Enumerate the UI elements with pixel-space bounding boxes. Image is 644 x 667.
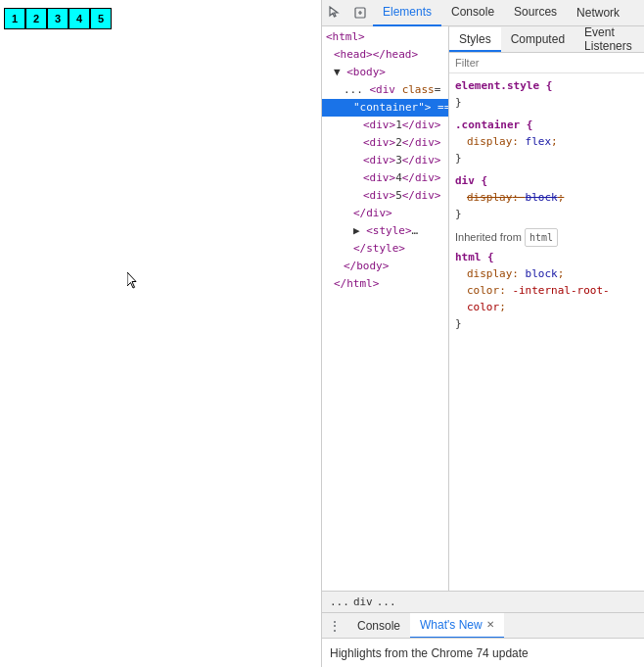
close-whats-new-icon[interactable]: ✕ bbox=[486, 619, 494, 630]
browser-preview: 1 2 3 4 5 bbox=[0, 0, 323, 597]
css-close: } bbox=[455, 94, 638, 111]
css-rules: element.style { } .container { display: … bbox=[449, 73, 644, 591]
bottom-tabs-bar: ⋮ Console What's New ✕ bbox=[322, 612, 644, 638]
inherited-badge: html bbox=[525, 228, 558, 247]
css-rule-html-inherited: html { display: block; color: -internal-… bbox=[455, 249, 638, 332]
dom-line: <html> bbox=[322, 28, 448, 46]
dom-line: <div>1</div> bbox=[322, 117, 448, 134]
mouse-cursor bbox=[127, 272, 139, 290]
tab-whats-new[interactable]: What's New ✕ bbox=[410, 613, 504, 639]
breadcrumb-div[interactable]: div bbox=[353, 596, 373, 608]
dom-line-selected[interactable]: "container"> == $ bbox=[322, 99, 448, 117]
highlights-text: Highlights from the Chrome 74 update bbox=[330, 646, 529, 660]
css-rule-element-style: element.style { } bbox=[455, 77, 638, 111]
css-close: } bbox=[455, 315, 638, 332]
highlights-bar: Highlights from the Chrome 74 update bbox=[322, 638, 644, 667]
breadcrumb: ... div ... bbox=[322, 591, 644, 612]
styles-tab-event-listeners[interactable]: Event Listeners bbox=[575, 27, 644, 52]
inspect-icon[interactable] bbox=[347, 0, 373, 26]
css-property-display-block-inherited: display: block; bbox=[455, 265, 638, 282]
three-dots-icon[interactable]: ⋮ bbox=[322, 613, 347, 639]
css-rule-div: div { display: block; } bbox=[455, 172, 638, 222]
dom-line: </body> bbox=[322, 258, 448, 275]
styles-tabs: Styles Computed Event Listeners bbox=[449, 26, 644, 53]
tab-network[interactable]: Network bbox=[567, 0, 629, 26]
inherited-section: Inherited from html html { display: bloc… bbox=[455, 228, 638, 332]
css-selector: div { bbox=[455, 172, 638, 189]
dom-line: <div>5</div> bbox=[322, 187, 448, 205]
dom-line: ▶ <style>… bbox=[322, 222, 448, 240]
filter-input[interactable] bbox=[455, 57, 638, 69]
devtools-content: <html> <head></head> ▼ <body> ... <div c… bbox=[322, 26, 644, 591]
flex-container: 1 2 3 4 5 bbox=[4, 8, 319, 29]
flex-box-1: 1 bbox=[4, 8, 25, 29]
dom-line: <div>4</div> bbox=[322, 169, 448, 187]
css-selector: element.style { bbox=[455, 77, 638, 94]
tab-console[interactable]: Console bbox=[441, 0, 504, 26]
dom-line: </div> bbox=[322, 205, 448, 222]
dom-line: <div>2</div> bbox=[322, 134, 448, 152]
css-selector: html { bbox=[455, 249, 638, 265]
tab-console-bottom[interactable]: Console bbox=[347, 613, 410, 639]
inherited-label: Inherited from html bbox=[455, 228, 638, 247]
flex-box-4: 4 bbox=[69, 8, 90, 29]
styles-tab-styles[interactable]: Styles bbox=[449, 27, 501, 52]
styles-panel: Styles Computed Event Listeners element. bbox=[449, 26, 644, 591]
devtools-panel: Elements Console Sources Network <html> … bbox=[321, 0, 644, 667]
dom-panel: <html> <head></head> ▼ <body> ... <div c… bbox=[322, 26, 449, 591]
styles-tab-computed[interactable]: Computed bbox=[501, 27, 575, 52]
cursor-icon[interactable] bbox=[322, 0, 347, 26]
dom-line: </html> bbox=[322, 275, 448, 293]
css-property-display-block: display: block; bbox=[455, 189, 638, 206]
css-rule-container: .container { display: flex; } bbox=[455, 117, 638, 167]
tab-sources[interactable]: Sources bbox=[504, 0, 567, 26]
dom-line: ▼ <body> bbox=[322, 64, 448, 81]
flex-box-5: 5 bbox=[90, 8, 112, 29]
breadcrumb-dots-right: ... bbox=[377, 596, 396, 608]
tab-elements[interactable]: Elements bbox=[373, 0, 441, 26]
dom-line: ... <div class= bbox=[322, 81, 448, 99]
css-close: } bbox=[455, 206, 638, 222]
filter-bar bbox=[449, 53, 644, 73]
devtools-toolbar: Elements Console Sources Network bbox=[322, 0, 644, 26]
flex-box-3: 3 bbox=[47, 8, 69, 29]
dom-line: <div>3</div> bbox=[322, 152, 448, 169]
dom-line: <head></head> bbox=[322, 46, 448, 64]
dom-line: </style> bbox=[322, 240, 448, 258]
css-property-display-flex: display: flex; bbox=[455, 133, 638, 150]
css-selector: .container { bbox=[455, 117, 638, 133]
breadcrumb-dots-left: ... bbox=[330, 596, 349, 608]
flex-box-2: 2 bbox=[25, 8, 47, 29]
css-property-color-inherited: color: -internal-root-color; bbox=[455, 282, 638, 315]
css-close: } bbox=[455, 150, 638, 167]
